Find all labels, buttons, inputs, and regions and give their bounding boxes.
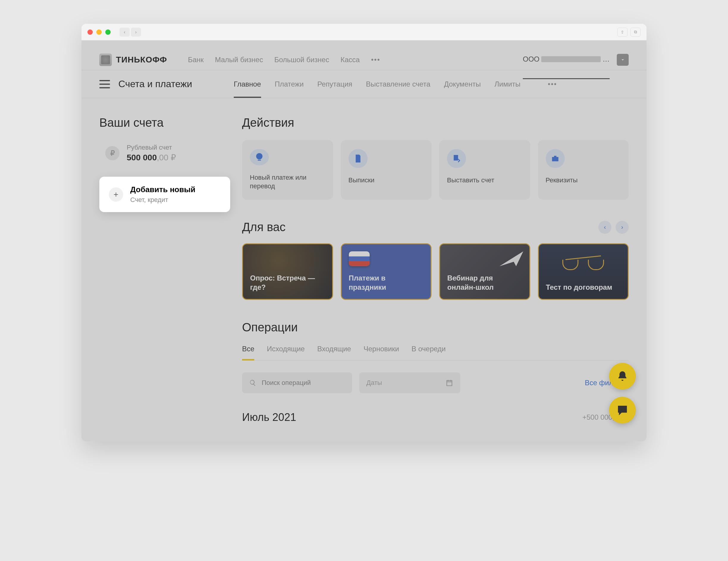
tabs-more-icon[interactable]: •••: [548, 70, 557, 98]
carousel-next[interactable]: ›: [616, 221, 629, 234]
forward-button[interactable]: ›: [131, 28, 141, 37]
for-you-survey[interactable]: Опрос: Встреча — где?: [242, 243, 333, 300]
for-you-holidays[interactable]: Платежи в праздники: [341, 243, 432, 300]
search-input[interactable]: [262, 379, 345, 387]
action-new-payment[interactable]: Новый платеж или перевод: [242, 140, 333, 200]
nav-big-biz[interactable]: Большой бизнес: [274, 56, 329, 64]
account-balance: 500 000,00 ₽: [127, 153, 176, 162]
company-dropdown-icon[interactable]: [617, 54, 629, 66]
fab-column: [609, 363, 636, 424]
operations-filters: Даты Все фильтры: [242, 372, 629, 393]
bell-icon: [616, 370, 628, 382]
paperplane-icon: [500, 251, 523, 266]
ops-tab-all[interactable]: Все: [242, 345, 254, 360]
action-requisites[interactable]: Реквизиты: [538, 140, 629, 200]
tab-reputation[interactable]: Репутация: [317, 70, 352, 98]
sidebar-title: Ваши счета: [99, 116, 230, 129]
operations-title: Операции: [242, 321, 629, 334]
ops-tab-queued[interactable]: В очереди: [412, 345, 446, 360]
for-you-test[interactable]: Тест по договорам: [538, 243, 629, 300]
search-icon: [249, 379, 256, 386]
ruble-icon: ₽: [105, 146, 120, 160]
nav-more-icon[interactable]: •••: [371, 56, 380, 64]
sub-tabs: Главное Платежи Репутация Выставление сч…: [234, 70, 557, 98]
briefcase-icon: [546, 149, 565, 168]
window-controls: [87, 29, 111, 35]
back-button[interactable]: ‹: [120, 28, 130, 37]
flag-icon: [349, 251, 370, 266]
tab-main[interactable]: Главное: [234, 70, 261, 98]
month-row: Июль 2021 +500 000,00 ₽: [242, 411, 629, 424]
menu-icon[interactable]: [99, 80, 110, 88]
for-you-title: Для вас: [242, 220, 285, 234]
add-subtitle: Счет, кредит: [130, 196, 195, 204]
nav-small-biz[interactable]: Малый бизнес: [215, 56, 263, 64]
company-selector[interactable]: OOO …: [523, 54, 629, 66]
actions-row: Новый платеж или перевод Выписки Выстави…: [242, 140, 629, 200]
nav-kassa[interactable]: Касса: [341, 56, 360, 64]
top-header: ТИНЬКОФФ Банк Малый бизнес Большой бизне…: [81, 40, 647, 70]
document-icon: [349, 149, 368, 168]
browser-window: ‹ › ⇧ ⧉ ТИНЬКОФФ Банк Малый бизнес Больш…: [81, 24, 647, 441]
tab-limits[interactable]: Лимиты: [495, 70, 520, 98]
plus-icon: +: [109, 187, 123, 202]
top-nav: Банк Малый бизнес Большой бизнес Касса •…: [188, 56, 380, 64]
for-you-webinar[interactable]: Вебинар для онлайн-школ: [439, 243, 530, 300]
maximize-window[interactable]: [105, 29, 111, 35]
scales-icon: [562, 251, 604, 272]
action-statements[interactable]: Выписки: [341, 140, 432, 200]
operations-tabs: Все Исходящие Входящие Черновики В очере…: [242, 345, 629, 361]
ops-tab-outgoing[interactable]: Исходящие: [267, 345, 305, 360]
nav-bank[interactable]: Банк: [188, 56, 204, 64]
add-new-account-card[interactable]: + Добавить новый Счет, кредит: [99, 177, 230, 212]
action-issue-invoice[interactable]: Выставить счет: [439, 140, 530, 200]
company-name-redacted: [541, 56, 601, 62]
share-icon[interactable]: ⇧: [617, 28, 627, 37]
minimize-window[interactable]: [96, 29, 102, 35]
logo[interactable]: ТИНЬКОФФ: [99, 54, 167, 66]
logo-shield-icon: [99, 54, 112, 66]
tabs-icon[interactable]: ⧉: [630, 28, 641, 37]
chat-fab[interactable]: [609, 397, 636, 424]
date-filter[interactable]: Даты: [359, 372, 460, 393]
tab-invoice[interactable]: Выставление счета: [366, 70, 430, 98]
titlebar: ‹ › ⇧ ⧉: [81, 24, 647, 40]
main-content: Действия Новый платеж или перевод Выписк…: [242, 116, 629, 424]
date-placeholder: Даты: [366, 379, 382, 387]
for-you-row: Опрос: Встреча — где? Платежи в праздник…: [242, 243, 629, 300]
account-name: Рублевый счет: [127, 144, 176, 151]
account-row[interactable]: ₽ Рублевый счет 500 000,00 ₽: [99, 144, 230, 162]
carousel-nav: ‹ ›: [598, 221, 629, 234]
page-title: Счета и платежи: [118, 79, 192, 90]
notifications-fab[interactable]: [609, 363, 636, 390]
tab-payments[interactable]: Платежи: [275, 70, 304, 98]
tab-documents[interactable]: Документы: [444, 70, 481, 98]
sidebar: Ваши счета ₽ Рублевый счет 500 000,00 ₽ …: [99, 116, 230, 424]
month-title: Июль 2021: [242, 411, 296, 424]
nav-arrows: ‹ ›: [120, 28, 141, 37]
chat-icon: [616, 404, 628, 416]
invoice-icon: [447, 149, 466, 168]
add-title: Добавить новый: [130, 185, 195, 194]
ops-tab-drafts[interactable]: Черновики: [363, 345, 399, 360]
actions-title: Действия: [242, 116, 629, 129]
ops-tab-incoming[interactable]: Входящие: [317, 345, 351, 360]
svg-point-0: [256, 153, 262, 159]
search-operations[interactable]: [242, 372, 352, 393]
close-window[interactable]: [87, 29, 93, 35]
company-prefix: OOO: [523, 55, 539, 63]
logo-text: ТИНЬКОФФ: [116, 55, 167, 65]
upload-icon: [250, 149, 269, 165]
carousel-prev[interactable]: ‹: [598, 221, 611, 234]
calendar-icon: [445, 379, 453, 387]
